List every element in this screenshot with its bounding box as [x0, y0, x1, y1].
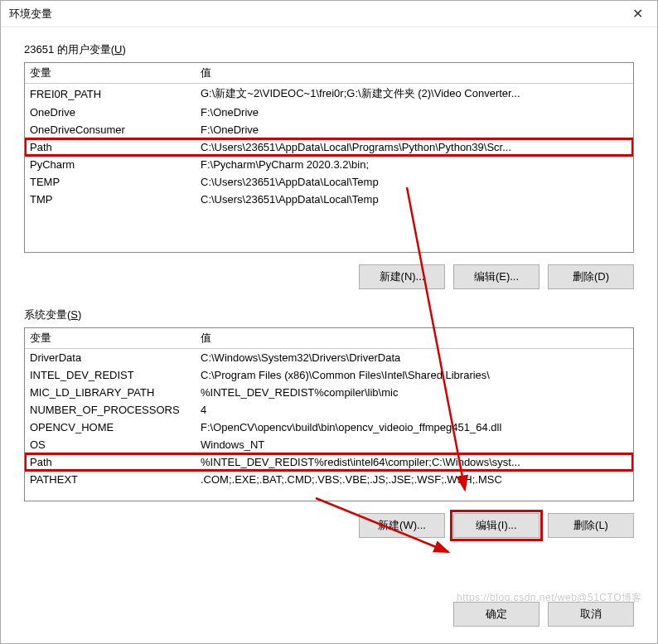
table-row[interactable]: INTEL_DEV_REDISTC:\Program Files (x86)\C…	[25, 366, 633, 384]
row-value: F:\OneDrive	[201, 106, 628, 119]
user-list-header: 变量 值	[25, 63, 633, 84]
user-vars-listbox[interactable]: 变量 值 FREI0R_PATHG:\新建文~2\VIDEOC~1\frei0r…	[24, 62, 634, 253]
user-vars-section: 23651 的用户变量(U) 变量 值 FREI0R_PATHG:\新建文~2\…	[24, 42, 634, 294]
user-new-button[interactable]: 新建(N)...	[359, 264, 445, 289]
row-variable: OS	[30, 438, 201, 451]
row-variable: FREI0R_PATH	[30, 88, 201, 100]
table-row[interactable]: OneDriveF:\OneDrive	[25, 104, 633, 121]
table-row[interactable]: PathC:\Users\23651\AppData\Local\Program…	[25, 138, 633, 156]
row-value: C:\Users\23651\AppData\Local\Temp	[201, 176, 628, 188]
table-row[interactable]: PATHEXT.COM;.EXE;.BAT;.CMD;.VBS;.VBE;.JS…	[25, 471, 633, 488]
system-vars-label: 系统变量(S)	[24, 307, 634, 322]
row-variable: OPENCV_HOME	[30, 421, 201, 433]
column-header-value[interactable]: 值	[201, 331, 628, 346]
row-value: %INTEL_DEV_REDIST%redist\intel64\compile…	[201, 456, 628, 468]
row-variable: Path	[30, 141, 201, 153]
table-row[interactable]: PyCharmF:\Pycharm\PyCharm 2020.3.2\bin;	[25, 156, 633, 173]
cancel-button[interactable]: 取消	[548, 602, 634, 627]
titlebar: 环境变量 ✕	[1, 1, 657, 27]
sys-new-button[interactable]: 新建(W)...	[359, 513, 445, 538]
row-value: F:\OpenCV\opencv\build\bin\opencv_videoi…	[201, 421, 628, 433]
row-variable: NUMBER_OF_PROCESSORS	[30, 404, 201, 416]
table-row[interactable]: OSWindows_NT	[25, 436, 633, 453]
table-row[interactable]: TMPC:\Users\23651\AppData\Local\Temp	[25, 191, 633, 208]
column-header-variable[interactable]: 变量	[30, 331, 201, 346]
sys-list-header: 变量 值	[25, 328, 633, 349]
row-value: .COM;.EXE;.BAT;.CMD;.VBS;.VBE;.JS;.JSE;.…	[201, 473, 628, 486]
row-variable: PATHEXT	[30, 473, 201, 486]
user-vars-label: 23651 的用户变量(U)	[24, 42, 634, 57]
row-value: Windows_NT	[201, 438, 628, 451]
table-row[interactable]: FREI0R_PATHG:\新建文~2\VIDEOC~1\frei0r;G:\新…	[25, 84, 633, 104]
row-value: C:\Users\23651\AppData\Local\Temp	[201, 193, 628, 206]
row-value: G:\新建文~2\VIDEOC~1\frei0r;G:\新建文件夹 (2)\Vi…	[201, 86, 628, 101]
row-variable: TMP	[30, 193, 201, 206]
ok-button[interactable]: 确定	[453, 602, 539, 627]
row-variable: TEMP	[30, 176, 201, 188]
row-variable: PyCharm	[30, 158, 201, 171]
system-vars-buttons: 新建(W)... 编辑(I)... 删除(L)	[24, 501, 634, 543]
system-vars-listbox[interactable]: 变量 值 DriverDataC:\Windows\System32\Drive…	[24, 327, 634, 501]
table-row[interactable]: OPENCV_HOMEF:\OpenCV\opencv\build\bin\op…	[25, 419, 633, 436]
row-variable: OneDriveConsumer	[30, 123, 201, 136]
row-value: C:\Program Files (x86)\Common Files\Inte…	[201, 369, 628, 381]
table-row[interactable]: TEMPC:\Users\23651\AppData\Local\Temp	[25, 173, 633, 191]
close-icon[interactable]: ✕	[621, 2, 654, 26]
table-row[interactable]: Path%INTEL_DEV_REDIST%redist\intel64\com…	[25, 453, 633, 471]
row-value: 4	[201, 404, 628, 416]
row-variable: DriverData	[30, 351, 201, 364]
table-row[interactable]: DriverDataC:\Windows\System32\Drivers\Dr…	[25, 349, 633, 366]
row-variable: OneDrive	[30, 106, 201, 119]
table-row[interactable]: NUMBER_OF_PROCESSORS4	[25, 401, 633, 419]
sys-delete-button[interactable]: 删除(L)	[548, 513, 634, 538]
user-edit-button[interactable]: 编辑(E)...	[453, 264, 539, 289]
dialog-footer: 确定 取消	[1, 590, 657, 643]
window-title: 环境变量	[9, 7, 621, 22]
table-row[interactable]: MIC_LD_LIBRARY_PATH%INTEL_DEV_REDIST%com…	[25, 384, 633, 401]
row-variable: MIC_LD_LIBRARY_PATH	[30, 386, 201, 399]
row-value: %INTEL_DEV_REDIST%compiler\lib\mic	[201, 386, 628, 399]
row-value: C:\Users\23651\AppData\Local\Programs\Py…	[201, 141, 628, 153]
row-variable: INTEL_DEV_REDIST	[30, 369, 201, 381]
column-header-value[interactable]: 值	[201, 65, 628, 80]
row-value: F:\OneDrive	[201, 123, 628, 136]
system-vars-section: 系统变量(S) 变量 值 DriverDataC:\Windows\System…	[24, 307, 634, 543]
user-delete-button[interactable]: 删除(D)	[548, 264, 634, 289]
row-variable: Path	[30, 456, 201, 468]
table-row[interactable]: OneDriveConsumerF:\OneDrive	[25, 121, 633, 138]
sys-edit-button[interactable]: 编辑(I)...	[453, 513, 539, 538]
env-vars-dialog: 环境变量 ✕ 23651 的用户变量(U) 变量 值 FREI0R_PATHG:…	[0, 0, 658, 644]
column-header-variable[interactable]: 变量	[30, 65, 201, 80]
user-vars-buttons: 新建(N)... 编辑(E)... 删除(D)	[24, 253, 634, 294]
row-value: F:\Pycharm\PyCharm 2020.3.2\bin;	[201, 158, 628, 171]
row-value: C:\Windows\System32\Drivers\DriverData	[201, 351, 628, 364]
dialog-content: 23651 的用户变量(U) 变量 值 FREI0R_PATHG:\新建文~2\…	[1, 27, 657, 590]
